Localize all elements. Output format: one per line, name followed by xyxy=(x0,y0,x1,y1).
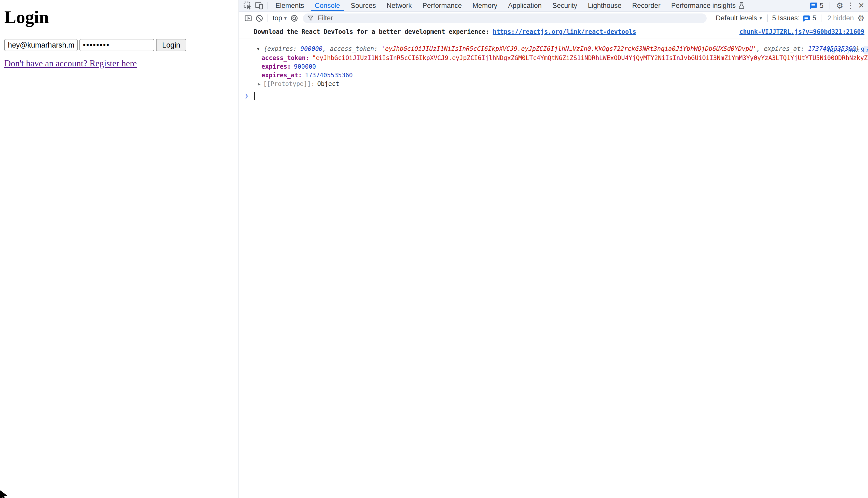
flask-icon xyxy=(738,2,745,9)
devtools-tabs: Elements Console Sources Network Perform… xyxy=(270,0,750,11)
tab-recorder[interactable]: Recorder xyxy=(627,0,666,11)
mouse-cursor xyxy=(0,489,11,498)
close-devtools-icon[interactable]: ✕ xyxy=(858,2,865,10)
tab-network[interactable]: Network xyxy=(381,0,417,11)
hidden-messages-count: 2 hidden xyxy=(824,14,858,22)
page-title: Login xyxy=(4,7,49,28)
console-settings-gear-icon[interactable]: ⚙ xyxy=(857,14,865,22)
issues-counter[interactable]: 5 xyxy=(809,2,824,10)
tab-security[interactable]: Security xyxy=(547,0,583,11)
login-page: Login Login Don't have an account? Regis… xyxy=(0,0,239,498)
console-toolbar: top ▾ Default levels ▾ 5 Issues: xyxy=(239,12,868,25)
tab-memory[interactable]: Memory xyxy=(467,0,503,11)
clear-console-icon[interactable] xyxy=(255,14,264,23)
console-prompt[interactable]: ❯ xyxy=(239,90,868,102)
issues-bubble-icon xyxy=(802,15,810,22)
separator xyxy=(767,14,768,22)
log-levels-selector[interactable]: Default levels ▾ xyxy=(713,14,765,22)
console-message-object: Login.jsx:9 ▼{expires: 900000, access_to… xyxy=(239,44,868,90)
tabbar-right-controls: 5 ⚙ ⋮ ✕ xyxy=(809,2,865,10)
object-preview-row[interactable]: ▼{expires: 900000, access_token: 'eyJhbG… xyxy=(257,44,868,54)
email-field[interactable] xyxy=(4,39,78,51)
separator xyxy=(267,2,268,10)
object-prop-expires: expires:900000 xyxy=(261,62,868,71)
more-options-icon[interactable]: ⋮ xyxy=(847,2,855,10)
source-link-chunk[interactable]: chunk-VIJJTZRL.js?v=960bd321:21609 xyxy=(739,28,865,35)
console-log: Download the React DevTools for a better… xyxy=(239,26,868,498)
tab-application[interactable]: Application xyxy=(503,0,547,11)
separator xyxy=(268,14,268,22)
filter-funnel-icon xyxy=(307,15,314,22)
console-sidebar-toggle-icon[interactable] xyxy=(244,14,253,23)
inspect-element-icon[interactable] xyxy=(243,1,252,10)
tab-performance-insights[interactable]: Performance insights xyxy=(666,0,750,11)
page-bottom-edge xyxy=(0,494,239,494)
issues-count: 5 xyxy=(820,2,824,10)
password-field[interactable] xyxy=(79,39,154,51)
console-message-react-devtools: Download the React DevTools for a better… xyxy=(239,26,868,38)
object-prototype-row[interactable]: ▶[[Prototype]]:Object xyxy=(258,80,868,88)
login-form: Login xyxy=(4,39,186,51)
devtools-panel: Elements Console Sources Network Perform… xyxy=(239,0,868,498)
settings-gear-icon[interactable]: ⚙ xyxy=(836,2,843,10)
tab-performance[interactable]: Performance xyxy=(417,0,467,11)
source-link-login-jsx[interactable]: Login.jsx:9 xyxy=(824,47,865,54)
login-button[interactable]: Login xyxy=(156,39,186,51)
tab-elements[interactable]: Elements xyxy=(270,0,309,11)
tab-console[interactable]: Console xyxy=(309,0,345,11)
filter-input[interactable] xyxy=(317,14,703,22)
chevron-down-icon: ▾ xyxy=(760,15,762,21)
tab-lighthouse[interactable]: Lighthouse xyxy=(583,0,627,11)
issues-toolbar-counter[interactable]: 5 Issues: 5 xyxy=(770,14,818,22)
filter-box[interactable] xyxy=(303,13,706,23)
separator xyxy=(830,2,830,10)
object-prop-expires-at: expires_at:1737405535360 xyxy=(261,71,868,80)
expand-closed-icon[interactable]: ▶ xyxy=(258,81,261,87)
message-text: Download the React DevTools for a better… xyxy=(254,28,489,35)
context-selector[interactable]: top ▾ xyxy=(271,14,289,22)
issues-bubble-icon xyxy=(809,2,817,10)
expand-open-icon[interactable]: ▼ xyxy=(257,46,260,51)
live-expression-eye-icon[interactable] xyxy=(290,14,299,23)
device-toolbar-icon[interactable] xyxy=(255,1,263,10)
chevron-down-icon: ▾ xyxy=(284,15,287,21)
object-prop-access-token: access_token:"eyJhbGciOiJIUzI1NiIsInR5cC… xyxy=(261,54,868,62)
react-devtools-link[interactable]: https://reactjs.org/link/react-devtools xyxy=(493,28,636,35)
tab-sources[interactable]: Sources xyxy=(345,0,381,11)
separator xyxy=(821,14,821,22)
devtools-tabbar: Elements Console Sources Network Perform… xyxy=(239,0,868,12)
register-link[interactable]: Don't have an account? Register here xyxy=(4,58,137,69)
text-cursor xyxy=(254,92,255,100)
prompt-chevron-icon: ❯ xyxy=(245,92,248,100)
